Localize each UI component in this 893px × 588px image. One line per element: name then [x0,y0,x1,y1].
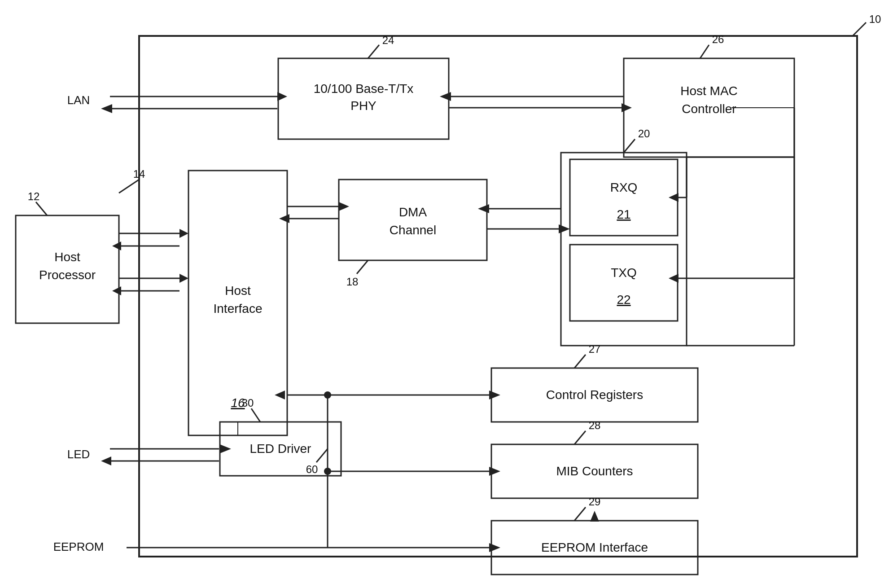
ctrl-reg-label: Control Registers [546,388,643,402]
dma-label1: DMA [399,205,427,219]
svg-line-30 [316,449,328,462]
diagram-container: 10 12 Host Processor 14 Host Interface [0,0,893,588]
arrow-led-to-driver [220,444,231,453]
arrow-bus-to-hi [275,391,285,399]
eeprom-label: EEPROM [53,540,104,553]
arrow-lan-phy-right [277,92,287,101]
svg-line-26 [574,507,586,521]
host-mac-label1: Host MAC [680,84,738,98]
txq-label: TXQ [611,266,637,280]
host-processor-label: Host [54,250,80,264]
ref-18: 18 [346,276,359,288]
txq-box [570,245,678,321]
svg-line-8 [700,45,709,58]
arrow-phy-mac-right [622,103,632,112]
arrow-eeprom-up [590,511,599,522]
dma-label2: Channel [390,223,436,237]
svg-line-14 [357,260,368,274]
ref-30: 30 [242,397,254,409]
svg-line-7 [368,45,379,58]
ref-10: 10 [869,13,881,25]
host-mac-label2: Controller [682,102,736,116]
ref-24: 24 [382,34,394,46]
ref-29: 29 [589,496,601,508]
dma-box [339,180,487,260]
arrow-hi-to-ctrl [489,391,500,399]
arrow-dma-txq [559,224,570,233]
arrow-hi-dma-right [339,202,349,211]
arrow-mac-rxq [669,193,679,202]
led-driver-label: LED Driver [250,442,311,456]
arrow-hp-hi-right-top [179,229,188,238]
ref-12: 12 [28,190,40,202]
arrow-bus-to-eeprom [489,543,500,552]
ref-60: 60 [306,463,318,475]
phy-label1: 10/100 Base-T/Tx [314,82,414,96]
ref-27: 27 [589,343,601,355]
host-processor-label2: Processor [39,268,96,282]
ref-28: 28 [589,419,601,431]
eeprom-if-label: EEPROM Interface [541,540,648,554]
lan-label: LAN [67,93,90,107]
svg-line-13 [624,139,635,153]
arrow-driver-to-led [101,456,111,465]
arrow-bus-to-mib [489,467,500,476]
svg-line-1 [36,202,47,215]
svg-line-25 [574,431,586,444]
arrow-hp-hi-right-bot [179,274,188,283]
svg-line-27 [251,408,260,422]
ref-14: 14 [133,168,145,180]
svg-line-0 [853,22,866,36]
led-label: LED [67,448,90,461]
svg-line-24 [574,355,586,368]
ref-22: 22 [617,293,630,307]
junction-dot-mib [324,468,331,475]
ref-21: 21 [617,207,630,221]
svg-line-2 [119,180,139,193]
host-interface-label2: Interface [214,302,263,316]
arrow-mac-txq [669,274,679,283]
ref-20: 20 [638,127,650,140]
host-interface-label: Host [225,284,251,298]
phy-label2: PHY [350,99,376,113]
ref-26: 26 [712,33,724,45]
rxq-label: RXQ [610,180,638,194]
rxq-box [570,159,678,236]
mib-label: MIB Counters [556,464,633,478]
